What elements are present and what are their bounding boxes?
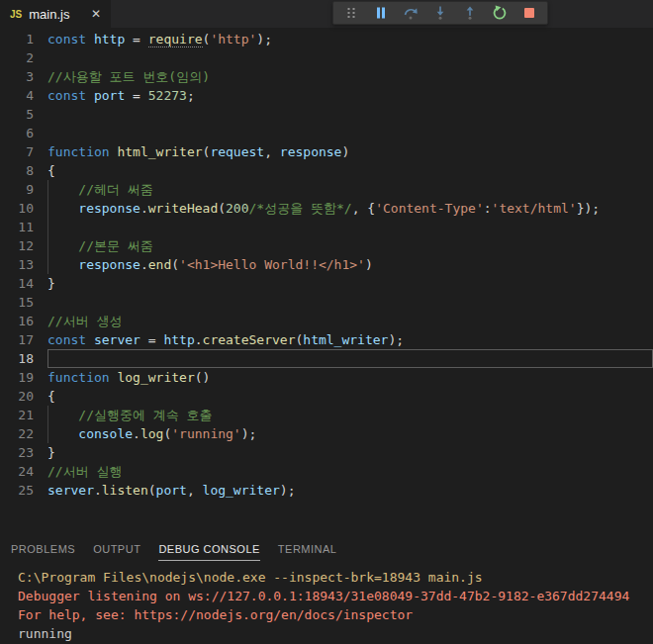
close-icon[interactable]: ✕: [91, 7, 101, 21]
code-line-25[interactable]: 25server.listen(port, log_writer);: [0, 481, 653, 500]
pause-button[interactable]: [369, 2, 393, 24]
line-number[interactable]: 9: [0, 180, 47, 199]
line-number[interactable]: 13: [0, 255, 47, 274]
line-number[interactable]: 14: [0, 274, 47, 293]
line-number[interactable]: 2: [0, 48, 47, 67]
line-number[interactable]: 21: [0, 406, 47, 424]
code-line-8[interactable]: 8{: [0, 161, 653, 180]
vscode-window: JS main.js ✕: [0, 0, 653, 644]
line-number[interactable]: 1: [0, 30, 47, 48]
code-line-2[interactable]: 2: [0, 48, 653, 67]
line-number[interactable]: 22: [0, 424, 47, 443]
step-into-icon: [432, 5, 448, 21]
javascript-file-icon: JS: [10, 9, 22, 20]
step-over-icon: [403, 5, 419, 21]
code-text: [47, 349, 653, 368]
code-text: console.log('running');: [47, 424, 653, 443]
step-out-button[interactable]: [458, 2, 482, 24]
code-text: //서버 생성: [47, 312, 653, 330]
line-number[interactable]: 25: [0, 481, 47, 500]
step-over-button[interactable]: [399, 2, 422, 24]
grip-dots-icon: [343, 5, 359, 21]
code-line-11[interactable]: 11: [0, 218, 653, 236]
line-number[interactable]: 16: [0, 312, 47, 330]
toolbar-drag-handle[interactable]: [339, 2, 363, 24]
code-text: [47, 124, 653, 142]
line-number[interactable]: 19: [0, 368, 47, 387]
restart-button[interactable]: [488, 2, 512, 24]
panel-tab-problems[interactable]: PROBLEMS: [11, 543, 75, 560]
stop-icon: [521, 5, 537, 21]
editor-tab-bar: JS main.js ✕: [0, 0, 653, 28]
console-line: C:\Program Files\nodejs\node.exe --inspe…: [18, 568, 653, 587]
line-number[interactable]: 15: [0, 293, 47, 312]
code-line-22[interactable]: 22 console.log('running');: [0, 424, 653, 443]
code-line-12[interactable]: 12 //본문 써줌: [0, 236, 653, 255]
panel-tab-output[interactable]: OUTPUT: [93, 543, 140, 560]
editor-lines: 1const http = require('http');23//사용할 포트…: [0, 30, 653, 500]
code-text: [47, 48, 653, 67]
stop-button[interactable]: [517, 2, 541, 24]
code-line-15[interactable]: 15: [0, 293, 653, 312]
code-text: }: [47, 443, 653, 462]
code-line-9[interactable]: 9 //헤더 써줌: [0, 180, 653, 199]
step-out-icon: [462, 5, 478, 21]
debug-console-output[interactable]: C:\Program Files\nodejs\node.exe --inspe…: [0, 566, 653, 643]
code-line-23[interactable]: 23}: [0, 443, 653, 462]
step-into-button[interactable]: [428, 2, 452, 24]
line-number[interactable]: 6: [0, 124, 47, 142]
code-line-19[interactable]: 19function log_writer(): [0, 368, 653, 387]
line-number[interactable]: 3: [0, 67, 47, 86]
code-text: //실행중에 계속 호출: [47, 406, 653, 424]
code-line-16[interactable]: 16//서버 생성: [0, 312, 653, 330]
debug-toolbar: [332, 1, 548, 25]
line-number[interactable]: 12: [0, 236, 47, 255]
code-text: function log_writer(): [47, 368, 653, 387]
line-number[interactable]: 17: [0, 330, 47, 349]
panel-tab-debug-console[interactable]: DEBUG CONSOLE: [158, 543, 259, 561]
line-number[interactable]: 8: [0, 161, 47, 180]
code-line-6[interactable]: 6: [0, 124, 653, 142]
code-line-13[interactable]: 13 response.end('<h1>Hello World!!</h1>'…: [0, 255, 653, 274]
code-text: const http = require('http');: [47, 30, 653, 48]
line-number[interactable]: 11: [0, 218, 47, 236]
line-number[interactable]: 20: [0, 387, 47, 406]
code-line-7[interactable]: 7function html_writer(request, response): [0, 142, 653, 161]
line-number[interactable]: 4: [0, 86, 47, 105]
panel-tab-terminal[interactable]: TERMINAL: [278, 543, 337, 560]
code-text: {: [47, 387, 653, 406]
code-text: response.end('<h1>Hello World!!</h1>'): [47, 255, 653, 274]
code-line-5[interactable]: 5: [0, 105, 653, 124]
code-line-24[interactable]: 24//서버 실행: [0, 462, 653, 481]
code-text: const port = 52273;: [47, 86, 653, 105]
code-line-10[interactable]: 10 response.writeHead(200/*성공을 뜻함*/, {'C…: [0, 199, 653, 218]
code-line-4[interactable]: 4const port = 52273;: [0, 86, 653, 105]
code-text: {: [47, 161, 653, 180]
code-text: [47, 218, 653, 236]
code-line-14[interactable]: 14}: [0, 274, 653, 293]
panel-tab-bar: PROBLEMSOUTPUTDEBUG CONSOLETERMINAL: [0, 534, 653, 566]
code-text: response.writeHead(200/*성공을 뜻함*/, {'Cont…: [47, 199, 653, 218]
line-number[interactable]: 7: [0, 142, 47, 161]
bottom-panel: PROBLEMSOUTPUTDEBUG CONSOLETERMINAL C:\P…: [0, 534, 653, 644]
console-line: running: [18, 624, 653, 643]
code-line-21[interactable]: 21 //실행중에 계속 호출: [0, 406, 653, 424]
tab-main-js[interactable]: JS main.js ✕: [0, 0, 111, 28]
line-number[interactable]: 24: [0, 462, 47, 481]
code-line-20[interactable]: 20{: [0, 387, 653, 406]
line-number[interactable]: 23: [0, 443, 47, 462]
code-text: function html_writer(request, response): [47, 142, 653, 161]
editor[interactable]: 1const http = require('http');23//사용할 포트…: [0, 28, 653, 534]
code-line-17[interactable]: 17const server = http.createServer(html_…: [0, 330, 653, 349]
console-line: For help, see: https://nodejs.org/en/doc…: [18, 605, 653, 624]
line-number[interactable]: 5: [0, 105, 47, 124]
code-text: server.listen(port, log_writer);: [47, 481, 653, 500]
code-line-18[interactable]: 18: [0, 349, 653, 368]
code-line-1[interactable]: 1const http = require('http');: [0, 30, 653, 48]
line-number[interactable]: 10: [0, 199, 47, 218]
restart-icon: [492, 5, 508, 21]
tab-title: main.js: [29, 7, 69, 22]
code-line-3[interactable]: 3//사용할 포트 번호(임의): [0, 67, 653, 86]
line-number[interactable]: 18: [0, 349, 47, 368]
code-text: //헤더 써줌: [47, 180, 653, 199]
